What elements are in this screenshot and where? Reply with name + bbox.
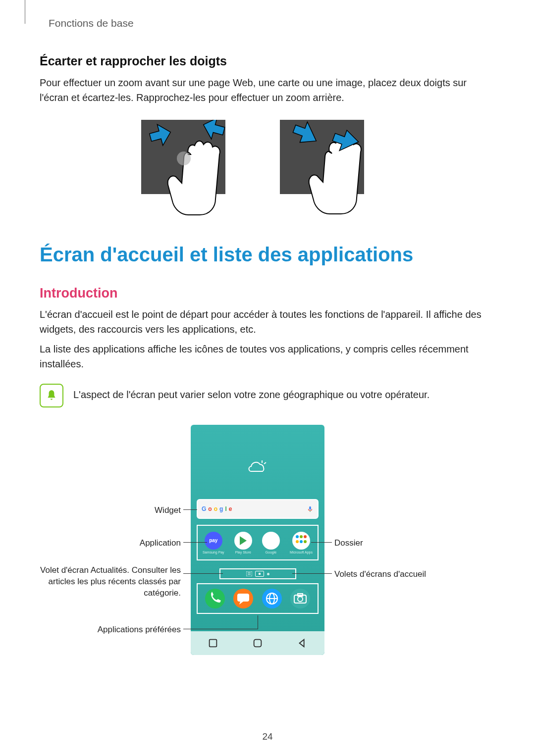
search-widget: Google [197,499,319,519]
intro-heading: Introduction [40,286,495,301]
note-text: L'aspect de l'écran peut varier selon vo… [73,382,429,402]
svg-rect-11 [246,571,252,576]
svg-point-1 [177,151,191,165]
app-label: Microsoft Apps [290,551,313,554]
section-header: Fonctions de base [49,17,495,29]
callout-folder: Dossier [334,538,363,549]
app-pay-icon: pay [205,532,222,550]
callout-widget: Widget [131,505,181,516]
svg-point-10 [304,540,307,543]
gesture-illustrations [40,120,495,216]
camera-app-icon [290,589,310,608]
callout-application: Application [116,538,181,549]
mic-icon [307,505,314,512]
app-label: Samsung Pay [203,551,224,554]
intro-p1: L'écran d'accueil est le point de départ… [40,307,495,337]
pinch-in-icon [280,120,394,216]
pinch-body: Pour effectuer un zoom avant sur une pag… [40,75,495,105]
svg-rect-21 [210,640,217,647]
home-icon [252,638,263,649]
document-page: Fonctions de base Écarter et rapprocher … [0,0,535,756]
recents-icon [208,638,218,649]
svg-point-9 [300,540,303,543]
note-block: L'aspect de l'écran peut varier selon vo… [40,382,495,407]
svg-point-7 [304,535,307,538]
intro-p2: La liste des applications affiche les ic… [40,342,495,371]
app-label: Google [266,551,277,554]
callout-news-panel: Volet d'écran Actualités. Consulter les … [40,565,181,599]
internet-app-icon [262,589,282,608]
app-folder-icon [292,532,310,550]
pinch-heading: Écarter et rapprocher les doigts [40,54,495,68]
app-playstore-icon [234,532,252,550]
messages-app-icon [233,589,253,608]
app-label: Play Store [235,551,251,554]
note-icon [40,384,63,407]
android-navbar [191,631,324,655]
page-indicator [219,568,296,579]
callout-home-panels: Volets d'écrans d'accueil [334,569,426,580]
svg-rect-22 [254,640,262,647]
app-google-icon [262,532,280,550]
home-screen-diagram: Google paySamsung Pay Play Store Google … [40,425,495,667]
svg-point-19 [298,597,303,602]
app-row: paySamsung Pay Play Store Google Microso… [197,525,319,560]
back-icon [297,638,308,649]
phone-app-icon [205,589,225,608]
svg-point-5 [296,535,299,538]
svg-point-8 [296,540,299,543]
svg-rect-3 [309,506,311,510]
svg-rect-14 [237,594,249,602]
header-divider [25,0,25,24]
main-heading: Écran d'accueil et liste des application… [40,244,495,266]
news-panel-indicator-icon [246,571,252,576]
callout-favorites: Applications préférées [69,624,181,636]
bell-icon [45,389,58,402]
favorites-tray [197,583,319,614]
weather-widget-icon [191,432,324,499]
pinch-out-icon [141,120,255,216]
svg-point-6 [300,535,303,538]
page-number: 24 [0,731,535,742]
